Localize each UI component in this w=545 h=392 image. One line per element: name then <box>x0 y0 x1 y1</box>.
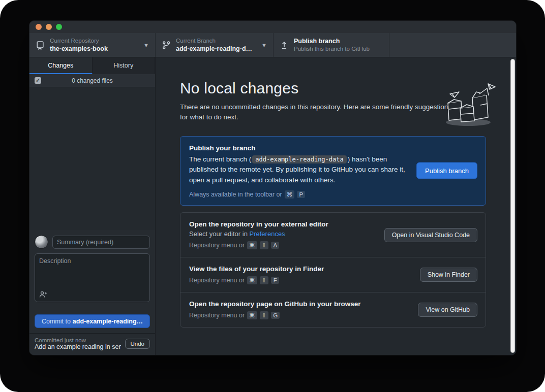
open-in-vscode-button[interactable]: Open in Visual Studio Code <box>384 228 477 242</box>
commit-form: Commit to add-example-reading… <box>29 230 155 333</box>
shortcut-line: Repository menu or ⌘ ⇧ G <box>189 311 389 319</box>
description-input[interactable] <box>35 254 149 290</box>
maximize-window-button[interactable] <box>56 24 62 30</box>
no-changes-illustration <box>439 79 500 129</box>
shortcut-label: Repository menu or <box>189 312 245 319</box>
publish-branch-subtitle: Publish this branch to GitHub <box>294 45 383 53</box>
cmd-key: ⌘ <box>285 190 295 199</box>
a-key: A <box>271 242 279 249</box>
committed-bar: Committed just now Add an example readin… <box>29 333 155 355</box>
avatar <box>35 235 48 249</box>
view-on-github-button[interactable]: View on GitHub <box>418 303 477 317</box>
publish-card-footer: Always available in the toolbar or ⌘ P <box>189 190 409 199</box>
publish-card-body: The current branch (add-example-reading-… <box>189 154 409 186</box>
page-subtitle: There are no uncommitted changes in this… <box>180 102 455 123</box>
show-in-finder-button[interactable]: Show in Finder <box>420 268 477 282</box>
current-repository-dropdown[interactable]: Current Repository the-examples-book ▼ <box>29 33 156 57</box>
changed-files-count: 0 changed files <box>41 77 143 84</box>
publish-branch-button[interactable]: Publish branch <box>416 162 477 179</box>
suggestion-row-finder: View the files of your repository in Fin… <box>180 257 486 292</box>
publish-card-body-pre: The current branch ( <box>189 155 251 163</box>
chevron-down-icon: ▼ <box>261 42 267 48</box>
commit-button[interactable]: Commit to add-example-reading… <box>35 314 150 328</box>
shortcut-label: Repository menu or <box>189 277 245 284</box>
committed-timestamp: Committed just now <box>35 337 121 343</box>
current-repository-label: Current Repository <box>50 37 139 45</box>
tab-changes[interactable]: Changes <box>29 57 93 74</box>
branch-code-chip: add-example-reading-data <box>252 155 346 164</box>
git-branch-icon <box>162 41 171 50</box>
shift-key: ⇧ <box>260 276 269 284</box>
toolbar-spacer <box>389 33 516 57</box>
cmd-key: ⌘ <box>247 276 257 284</box>
main-panel: No local changes There are no uncommitte… <box>156 57 516 355</box>
preferences-link[interactable]: Preferences <box>250 230 285 238</box>
publish-shortcut-label: Always available in the toolbar or <box>189 191 282 198</box>
summary-input[interactable] <box>52 236 150 249</box>
add-coauthor-icon[interactable] <box>39 290 47 299</box>
vertical-scrollbar[interactable] <box>510 59 515 353</box>
current-repository-value: the-examples-book <box>50 45 139 53</box>
g-key: G <box>271 312 280 319</box>
commit-button-prefix: Commit to <box>42 318 71 325</box>
changes-history-tabs: Changes History <box>29 57 155 74</box>
suggestion-title: View the files of your repository in Fin… <box>189 265 389 273</box>
upload-arrow-icon <box>280 41 289 50</box>
suggestion-subtitle: Select your editor in Preferences <box>189 230 389 238</box>
publish-branch-toolbar-button[interactable]: Publish branch Publish this branch to Gi… <box>274 33 389 57</box>
close-window-button[interactable] <box>36 24 42 30</box>
select-all-checkbox[interactable]: ✓ <box>35 77 41 84</box>
shortcut-line: Repository menu or ⌘ ⇧ F <box>189 276 389 284</box>
current-branch-label: Current Branch <box>176 37 257 45</box>
current-branch-value: add-example-reading-d… <box>176 45 257 53</box>
file-list <box>29 87 155 230</box>
description-box <box>35 253 150 302</box>
shortcut-label: Repository menu or <box>189 242 245 249</box>
sidebar: Changes History ✓ 0 changed files <box>29 57 156 355</box>
minimize-window-button[interactable] <box>46 24 52 30</box>
titlebar <box>29 21 516 33</box>
publish-card-title: Publish your branch <box>189 144 409 152</box>
shortcut-line: Repository menu or ⌘ ⇧ A <box>189 241 389 249</box>
github-desktop-window: Current Repository the-examples-book ▼ C… <box>29 20 517 355</box>
suggestions-list: Open the repository in your external edi… <box>180 212 486 328</box>
suggestion-row-external-editor: Open the repository in your external edi… <box>180 213 486 257</box>
suggestion-title: Open the repository in your external edi… <box>189 220 389 228</box>
editor-subtitle-text: Select your editor in <box>189 230 248 238</box>
repo-icon <box>36 41 45 50</box>
shift-key: ⇧ <box>260 241 269 249</box>
changed-files-header: ✓ 0 changed files <box>29 74 155 87</box>
commit-button-branch: add-example-reading… <box>73 318 143 325</box>
cmd-key: ⌘ <box>247 241 257 249</box>
suggestion-title: Open the repository page on GitHub in yo… <box>189 300 389 308</box>
screenshot-frame: Current Repository the-examples-book ▼ C… <box>0 0 545 392</box>
shift-key: ⇧ <box>260 311 269 319</box>
undo-button[interactable]: Undo <box>125 339 150 349</box>
chevron-down-icon: ▼ <box>143 42 149 48</box>
publish-branch-card: Publish your branch The current branch (… <box>180 136 486 206</box>
tab-history[interactable]: History <box>93 57 156 74</box>
committed-message: Add an example reading in semi-… <box>35 343 121 350</box>
p-key: P <box>297 191 305 198</box>
f-key: F <box>271 277 279 284</box>
toolbar: Current Repository the-examples-book ▼ C… <box>29 33 516 57</box>
current-branch-dropdown[interactable]: Current Branch add-example-reading-d… ▼ <box>156 33 274 57</box>
publish-branch-title: Publish branch <box>294 37 383 45</box>
cmd-key: ⌘ <box>247 311 257 319</box>
suggestion-row-github: Open the repository page on GitHub in yo… <box>180 292 486 327</box>
